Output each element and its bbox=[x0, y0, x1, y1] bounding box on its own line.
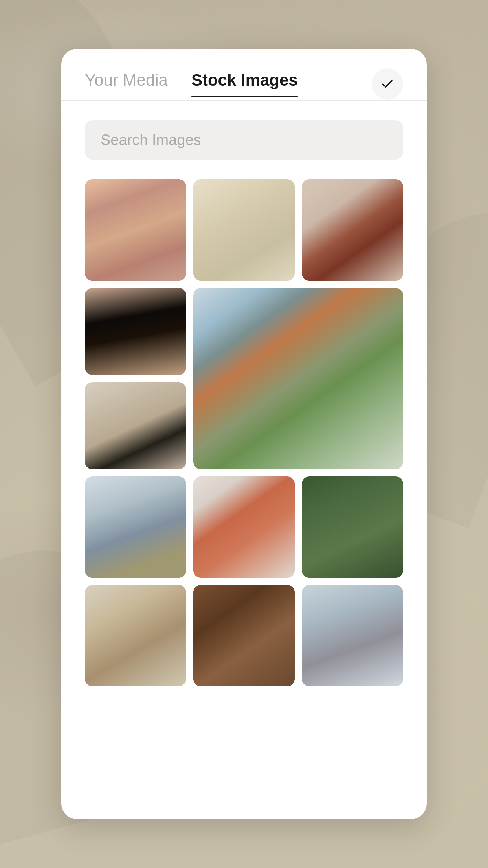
tab-stock-images[interactable]: Stock Images bbox=[191, 71, 298, 97]
tab-header: Your Media Stock Images bbox=[61, 49, 427, 100]
image-row-4 bbox=[85, 585, 403, 686]
image-grid bbox=[61, 171, 427, 710]
tab-your-media[interactable]: Your Media bbox=[85, 71, 168, 97]
checkmark-icon bbox=[381, 77, 394, 91]
image-item[interactable] bbox=[193, 179, 295, 281]
image-item[interactable] bbox=[302, 476, 403, 578]
image-item[interactable] bbox=[85, 476, 186, 578]
image-row-3 bbox=[85, 476, 403, 578]
image-item[interactable] bbox=[85, 179, 186, 281]
image-item[interactable] bbox=[302, 585, 403, 686]
image-item[interactable] bbox=[85, 585, 186, 686]
search-input[interactable] bbox=[85, 120, 403, 160]
image-col-right bbox=[193, 288, 403, 469]
image-item[interactable] bbox=[85, 288, 186, 375]
image-item[interactable] bbox=[193, 585, 295, 686]
search-container bbox=[61, 101, 427, 171]
image-item[interactable] bbox=[85, 382, 186, 469]
image-row-2-wrap bbox=[85, 288, 403, 469]
image-col-left bbox=[85, 288, 186, 469]
image-item-large[interactable] bbox=[193, 288, 403, 469]
image-item[interactable] bbox=[193, 476, 295, 578]
main-card: Your Media Stock Images bbox=[61, 49, 427, 819]
image-row-1 bbox=[85, 179, 403, 281]
confirm-button[interactable] bbox=[372, 68, 403, 100]
image-item[interactable] bbox=[302, 179, 403, 281]
